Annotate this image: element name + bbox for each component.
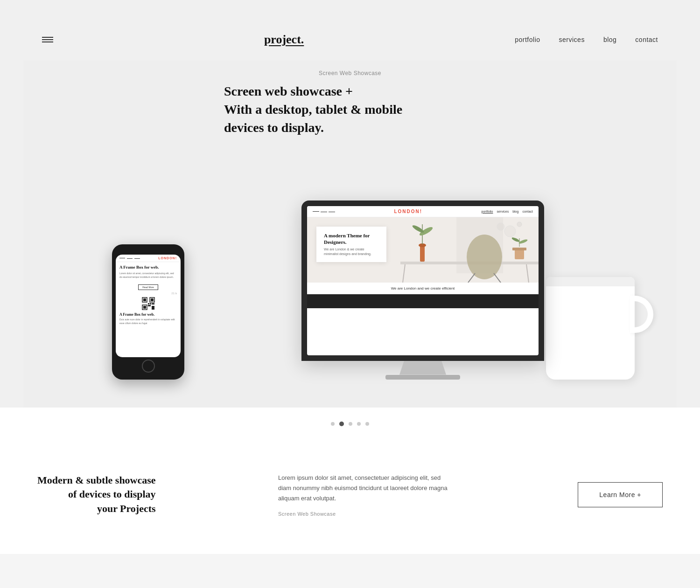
monitor-hero-title: A modern Theme for Designers. (324, 232, 379, 246)
monitor-stand (399, 361, 446, 375)
dot-4[interactable] (357, 422, 361, 426)
phone-qr-code (141, 297, 155, 311)
bottom-center-content: Lorem ipsum dolor sit amet, consectetuer… (278, 473, 455, 517)
bottom-caption: Screen Web Showcase (278, 511, 455, 517)
mug-lip (546, 277, 635, 286)
pagination-dots (0, 408, 700, 445)
svg-point-30 (504, 226, 516, 237)
monitor-screen-logo: LONDON! (394, 209, 422, 214)
bottom-tagline: Modern & subtle showcase of devices to d… (37, 473, 156, 516)
hero-subtitle: Screen Web Showcase (42, 70, 658, 76)
monitor-hero-overlay: A modern Theme for Designers. We are Lon… (316, 227, 386, 262)
header: project. portfolio services blog contact (23, 23, 677, 61)
dot-3[interactable] (349, 422, 352, 426)
phone-section-title: A Frame Box for web. (119, 312, 177, 317)
svg-rect-6 (143, 306, 146, 309)
svg-point-15 (467, 235, 502, 279)
monitor-section-text: We are London and we create efficient (307, 283, 539, 294)
dot-1[interactable] (331, 422, 335, 426)
hamburger-menu[interactable] (42, 35, 53, 44)
hero-title: Screen web showcase + With a desktop, ta… (224, 82, 411, 137)
svg-rect-25 (515, 249, 524, 259)
bottom-left-content: Modern & subtle showcase of devices to d… (37, 473, 156, 516)
svg-rect-11 (152, 306, 154, 310)
svg-rect-4 (151, 298, 154, 301)
bottom-right-content: Learn More + (578, 482, 663, 507)
svg-rect-9 (152, 303, 154, 304)
monitor-bottom-bar (307, 294, 539, 308)
phone-home-button (142, 360, 155, 373)
phone-screen-body: Lorem dolor sit amet, consectetur adipis… (119, 272, 177, 279)
bottom-description: Lorem ipsum dolor sit amet, consectetuer… (278, 473, 455, 504)
phone-screen-heading: A Frame Box for web. (119, 265, 177, 270)
monitor-nav-links: portfolio services blog contact (482, 210, 533, 213)
svg-rect-7 (148, 303, 149, 304)
phone-section-text: Duis aute nure dolor in reprehenderit in… (119, 318, 177, 325)
hero-section: Screen Web Showcase Screen web showcase … (23, 61, 677, 408)
main-nav: portfolio services blog contact (515, 36, 658, 43)
dot-2[interactable] (339, 422, 344, 426)
white-section: Modern & subtle showcase of devices to d… (0, 408, 700, 554)
phone-notch (137, 249, 160, 253)
nav-services[interactable]: services (559, 36, 585, 43)
mug-mockup (546, 277, 635, 380)
svg-point-32 (517, 222, 522, 227)
phone-screen-logo: LONDON! (158, 256, 177, 260)
nav-contact[interactable]: contact (635, 36, 658, 43)
svg-point-31 (497, 223, 504, 230)
svg-rect-2 (143, 298, 146, 301)
monitor-mockup: LONDON! portfolio services blog contact (301, 201, 544, 380)
svg-rect-26 (512, 248, 526, 250)
devices-showcase: LONDON! A Frame Box for web. Lorem dolor… (42, 156, 658, 380)
svg-rect-10 (148, 305, 151, 306)
monitor-base (385, 375, 460, 380)
nav-portfolio[interactable]: portfolio (515, 36, 540, 43)
site-logo[interactable]: project. (264, 33, 304, 47)
phone-screen: LONDON! A Frame Box for web. Lorem dolor… (116, 255, 181, 357)
mug-handle (630, 296, 653, 333)
monitor-hero-image: A modern Theme for Designers. We are Lon… (307, 217, 539, 283)
svg-rect-8 (150, 303, 151, 304)
dot-5[interactable] (365, 422, 369, 426)
phone-mockup: LONDON! A Frame Box for web. Lorem dolor… (112, 244, 184, 380)
nav-blog[interactable]: blog (603, 36, 616, 43)
svg-rect-20 (420, 245, 425, 262)
monitor-hero-subtitle: We are London & we create minimalist des… (324, 247, 379, 256)
monitor-screen: LONDON! portfolio services blog contact (307, 206, 539, 355)
learn-more-button[interactable]: Learn More + (578, 482, 663, 507)
bottom-info-section: Modern & subtle showcase of devices to d… (0, 445, 700, 554)
